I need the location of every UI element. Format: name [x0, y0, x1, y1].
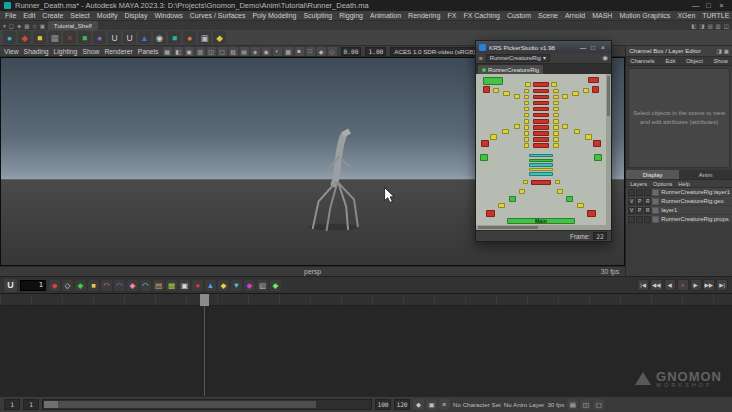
picker-button[interactable]: [502, 129, 509, 134]
picker-button[interactable]: [533, 113, 550, 117]
status-icon[interactable]: ▤: [707, 23, 712, 29]
playback-option-icon[interactable]: ▣: [426, 399, 437, 410]
picker-button[interactable]: [529, 163, 552, 166]
anim-tool-icon[interactable]: ●: [192, 280, 203, 291]
layer-toggle-v[interactable]: V: [628, 198, 635, 205]
menu-item[interactable]: Custom: [507, 12, 531, 19]
channel-box-header-icon[interactable]: ◨: [717, 48, 722, 54]
layer-toggle-r[interactable]: R: [644, 198, 651, 205]
anim-layer-selector[interactable]: No Anim Layer: [504, 401, 545, 408]
picker-button[interactable]: [525, 82, 530, 87]
picker-button[interactable]: [533, 119, 550, 123]
picker-canvas[interactable]: Main: [476, 74, 606, 225]
layer-color-swatch[interactable]: [652, 189, 659, 196]
picker-studio-window[interactable]: KRS PickerStudio v1.98 —□× ≡ RunnerCreat…: [475, 40, 612, 242]
animation-end-field[interactable]: 120: [394, 399, 410, 410]
scrollbar-thumb[interactable]: [478, 226, 538, 229]
menu-item[interactable]: Curves / Surfaces: [190, 12, 246, 19]
misc-tool-icon[interactable]: ▢: [593, 399, 604, 410]
anim-tool-icon[interactable]: ◠: [140, 280, 151, 291]
status-icon[interactable]: ▢: [9, 23, 14, 29]
character-set-selector[interactable]: No Character Set: [453, 401, 501, 408]
picker-button[interactable]: [553, 95, 558, 99]
fps-selector[interactable]: 30 fps: [547, 401, 564, 408]
time-slider-strip[interactable]: persp 30 fps: [0, 266, 625, 276]
range-handle[interactable]: [44, 401, 58, 408]
timeline-scrub-handle[interactable]: [200, 294, 209, 306]
viewport-toolbar-icon[interactable]: ◇: [328, 47, 337, 56]
colorspace-dropdown[interactable]: ACES 1.0 SDR-video (sRGB) ▾: [390, 47, 485, 56]
menu-item[interactable]: TURTLE: [702, 12, 729, 19]
shelf-icon[interactable]: ●: [183, 31, 196, 44]
status-icon[interactable]: ▦: [24, 23, 29, 29]
picker-button[interactable]: [553, 119, 558, 123]
picker-button[interactable]: [529, 159, 552, 162]
picker-button[interactable]: [553, 137, 558, 141]
channel-box-header-icon[interactable]: ▣: [724, 48, 729, 54]
menu-item[interactable]: Modify: [97, 12, 118, 19]
picker-titlebar[interactable]: KRS PickerStudio v1.98 —□×: [476, 41, 611, 53]
time-editor-panel[interactable]: GNOMON WORKSHOP: [0, 293, 732, 396]
layer-toggle-p[interactable]: P: [636, 207, 643, 214]
menu-item[interactable]: FX: [447, 12, 456, 19]
viewport-toolbar-icon[interactable]: □: [306, 47, 315, 56]
menu-item[interactable]: Create: [42, 12, 63, 19]
window-control[interactable]: ×: [715, 1, 728, 10]
picker-button[interactable]: [483, 77, 504, 85]
viewport-toolbar-icon[interactable]: ◈: [251, 47, 260, 56]
panel-menu-item[interactable]: Panels: [138, 48, 159, 55]
layer-menu-options[interactable]: Options: [653, 181, 672, 187]
anim-tool-icon[interactable]: ▤: [153, 280, 164, 291]
panel-menu-item[interactable]: Lighting: [54, 48, 78, 55]
window-control[interactable]: —: [578, 44, 588, 51]
picker-button[interactable]: [493, 88, 500, 93]
status-icon[interactable]: ◫: [724, 23, 729, 29]
picker-button[interactable]: [524, 101, 529, 105]
picker-button[interactable]: [572, 91, 579, 96]
viewport-toolbar-icon[interactable]: ▣: [185, 47, 194, 56]
picker-button[interactable]: [553, 125, 558, 129]
anim-tool-icon[interactable]: ◇: [62, 280, 73, 291]
picker-button[interactable]: [533, 125, 550, 129]
panel-menu-item[interactable]: View: [4, 48, 19, 55]
picker-button[interactable]: [585, 134, 592, 139]
shelf-icon[interactable]: ●: [93, 31, 106, 44]
menu-item[interactable]: Rendering: [408, 12, 440, 19]
picker-button[interactable]: [555, 180, 560, 185]
anim-tool-icon[interactable]: ◆: [49, 280, 60, 291]
shelf-icon[interactable]: ◆: [213, 31, 226, 44]
picker-button[interactable]: [553, 101, 558, 105]
viewport-toolbar-icon[interactable]: ◐: [273, 47, 282, 56]
menu-item[interactable]: Poly Modeling: [252, 12, 296, 19]
panel-menu-item[interactable]: Show: [82, 48, 99, 55]
viewport-toolbar-icon[interactable]: ◧: [174, 47, 183, 56]
panel-menu-item[interactable]: Shading: [24, 48, 49, 55]
picker-button[interactable]: [514, 94, 521, 99]
shelf-icon[interactable]: ■: [168, 31, 181, 44]
menu-item[interactable]: MASH: [592, 12, 612, 19]
animation-start-field[interactable]: 1: [4, 399, 20, 410]
picker-button[interactable]: [481, 140, 489, 147]
transport-button[interactable]: |◀: [637, 279, 649, 291]
picker-button[interactable]: [533, 89, 550, 93]
shelf-icon[interactable]: ×: [63, 31, 76, 44]
anim-tool-icon[interactable]: ◠: [101, 280, 112, 291]
layer-tab-display[interactable]: Display: [626, 170, 679, 179]
layer-menu-help[interactable]: Help: [678, 181, 690, 187]
channelbox-menu-edit[interactable]: Edit: [665, 58, 675, 64]
viewport-toolbar-icon[interactable]: ▦: [163, 47, 172, 56]
window-control[interactable]: ×: [598, 44, 608, 51]
menu-item[interactable]: Motion Graphics: [619, 12, 670, 19]
window-control[interactable]: —: [689, 1, 702, 10]
menu-item[interactable]: Select: [70, 12, 89, 19]
status-icon[interactable]: ▣: [40, 23, 45, 29]
anim-tool-icon[interactable]: ◆: [244, 280, 255, 291]
layer-row[interactable]: VPRRunnerCreatureRig:geo: [626, 197, 732, 206]
layer-toggle-p[interactable]: [636, 189, 643, 196]
layer-tab-anim[interactable]: Anim: [679, 170, 732, 179]
anim-tool-icon[interactable]: ■: [88, 280, 99, 291]
shelf-icon[interactable]: ■: [78, 31, 91, 44]
panel-menu-item[interactable]: Renderer: [104, 48, 132, 55]
picker-button[interactable]: [553, 131, 558, 135]
menu-item[interactable]: FX Caching: [463, 12, 500, 19]
